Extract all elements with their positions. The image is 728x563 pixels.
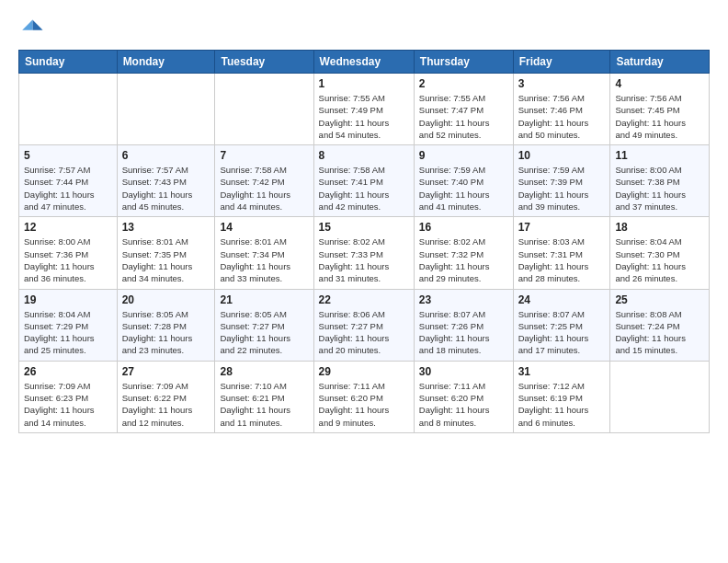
day-number: 8 bbox=[319, 149, 409, 162]
day-number: 21 bbox=[220, 293, 308, 306]
day-number: 19 bbox=[24, 293, 112, 306]
calendar-cell: 26Sunrise: 7:09 AM Sunset: 6:23 PM Dayli… bbox=[19, 361, 118, 432]
calendar-cell bbox=[215, 74, 313, 145]
calendar-week-2: 5Sunrise: 7:57 AM Sunset: 7:44 PM Daylig… bbox=[19, 145, 710, 217]
day-info: Sunrise: 7:09 AM Sunset: 6:23 PM Dayligh… bbox=[24, 380, 112, 429]
calendar-cell: 28Sunrise: 7:10 AM Sunset: 6:21 PM Dayli… bbox=[215, 361, 313, 432]
calendar-cell: 7Sunrise: 7:58 AM Sunset: 7:42 PM Daylig… bbox=[215, 145, 313, 217]
day-info: Sunrise: 7:09 AM Sunset: 6:22 PM Dayligh… bbox=[122, 380, 210, 429]
weekday-header-wednesday: Wednesday bbox=[313, 51, 414, 74]
calendar-week-1: 1Sunrise: 7:55 AM Sunset: 7:49 PM Daylig… bbox=[19, 74, 710, 145]
calendar-cell: 13Sunrise: 8:01 AM Sunset: 7:35 PM Dayli… bbox=[117, 217, 215, 289]
day-number: 10 bbox=[518, 149, 606, 162]
day-number: 31 bbox=[518, 365, 606, 378]
page: SundayMondayTuesdayWednesdayThursdayFrid… bbox=[0, 0, 728, 563]
day-number: 3 bbox=[518, 77, 606, 90]
calendar-cell: 17Sunrise: 8:03 AM Sunset: 7:31 PM Dayli… bbox=[513, 217, 610, 289]
weekday-header-thursday: Thursday bbox=[414, 51, 513, 74]
day-info: Sunrise: 8:07 AM Sunset: 7:25 PM Dayligh… bbox=[518, 308, 606, 357]
header bbox=[18, 15, 710, 40]
weekday-header-sunday: Sunday bbox=[19, 51, 118, 74]
day-info: Sunrise: 8:01 AM Sunset: 7:34 PM Dayligh… bbox=[220, 236, 308, 284]
calendar-week-3: 12Sunrise: 8:00 AM Sunset: 7:36 PM Dayli… bbox=[19, 217, 710, 289]
day-info: Sunrise: 7:55 AM Sunset: 7:47 PM Dayligh… bbox=[419, 92, 508, 141]
day-info: Sunrise: 7:57 AM Sunset: 7:43 PM Dayligh… bbox=[122, 164, 210, 213]
calendar-cell: 19Sunrise: 8:04 AM Sunset: 7:29 PM Dayli… bbox=[19, 289, 118, 361]
day-number: 23 bbox=[419, 293, 508, 306]
svg-marker-0 bbox=[32, 20, 42, 30]
calendar-table: SundayMondayTuesdayWednesdayThursdayFrid… bbox=[18, 50, 710, 433]
day-number: 29 bbox=[319, 365, 409, 378]
day-info: Sunrise: 8:07 AM Sunset: 7:26 PM Dayligh… bbox=[419, 308, 508, 357]
calendar-cell: 16Sunrise: 8:02 AM Sunset: 7:32 PM Dayli… bbox=[414, 217, 513, 289]
logo bbox=[18, 15, 48, 40]
day-number: 26 bbox=[24, 365, 112, 378]
day-info: Sunrise: 7:11 AM Sunset: 6:20 PM Dayligh… bbox=[319, 380, 409, 429]
day-number: 15 bbox=[319, 221, 409, 234]
svg-marker-1 bbox=[22, 20, 32, 30]
day-info: Sunrise: 8:00 AM Sunset: 7:38 PM Dayligh… bbox=[615, 164, 704, 213]
day-number: 28 bbox=[220, 365, 308, 378]
day-number: 5 bbox=[24, 149, 112, 162]
day-number: 7 bbox=[220, 149, 308, 162]
calendar-cell: 3Sunrise: 7:56 AM Sunset: 7:46 PM Daylig… bbox=[513, 74, 610, 145]
day-info: Sunrise: 7:58 AM Sunset: 7:42 PM Dayligh… bbox=[220, 164, 308, 213]
day-number: 30 bbox=[419, 365, 508, 378]
day-info: Sunrise: 7:58 AM Sunset: 7:41 PM Dayligh… bbox=[319, 164, 409, 213]
day-number: 14 bbox=[220, 221, 308, 234]
day-number: 18 bbox=[615, 221, 704, 234]
day-info: Sunrise: 8:02 AM Sunset: 7:33 PM Dayligh… bbox=[319, 236, 409, 284]
day-number: 2 bbox=[419, 77, 508, 90]
day-number: 24 bbox=[518, 293, 606, 306]
day-number: 17 bbox=[518, 221, 606, 234]
day-info: Sunrise: 8:00 AM Sunset: 7:36 PM Dayligh… bbox=[24, 236, 112, 284]
day-number: 4 bbox=[615, 77, 704, 90]
logo-icon bbox=[18, 15, 44, 40]
day-info: Sunrise: 8:01 AM Sunset: 7:35 PM Dayligh… bbox=[122, 236, 210, 284]
calendar-cell: 29Sunrise: 7:11 AM Sunset: 6:20 PM Dayli… bbox=[313, 361, 414, 432]
day-number: 16 bbox=[419, 221, 508, 234]
calendar-cell: 4Sunrise: 7:56 AM Sunset: 7:45 PM Daylig… bbox=[610, 74, 710, 145]
calendar-cell: 14Sunrise: 8:01 AM Sunset: 7:34 PM Dayli… bbox=[215, 217, 313, 289]
day-number: 11 bbox=[615, 149, 704, 162]
day-number: 6 bbox=[122, 149, 210, 162]
calendar-week-4: 19Sunrise: 8:04 AM Sunset: 7:29 PM Dayli… bbox=[19, 289, 710, 361]
calendar-cell: 11Sunrise: 8:00 AM Sunset: 7:38 PM Dayli… bbox=[610, 145, 710, 217]
day-info: Sunrise: 8:05 AM Sunset: 7:28 PM Dayligh… bbox=[122, 308, 210, 357]
day-info: Sunrise: 7:56 AM Sunset: 7:45 PM Dayligh… bbox=[615, 92, 704, 141]
calendar-cell bbox=[610, 361, 710, 432]
day-info: Sunrise: 7:12 AM Sunset: 6:19 PM Dayligh… bbox=[518, 380, 606, 429]
day-number: 13 bbox=[122, 221, 210, 234]
calendar-cell: 6Sunrise: 7:57 AM Sunset: 7:43 PM Daylig… bbox=[117, 145, 215, 217]
day-number: 20 bbox=[122, 293, 210, 306]
day-info: Sunrise: 7:59 AM Sunset: 7:40 PM Dayligh… bbox=[419, 164, 508, 213]
day-info: Sunrise: 8:03 AM Sunset: 7:31 PM Dayligh… bbox=[518, 236, 606, 284]
calendar-cell: 21Sunrise: 8:05 AM Sunset: 7:27 PM Dayli… bbox=[215, 289, 313, 361]
weekday-header-row: SundayMondayTuesdayWednesdayThursdayFrid… bbox=[19, 51, 710, 74]
day-number: 27 bbox=[122, 365, 210, 378]
calendar-cell: 5Sunrise: 7:57 AM Sunset: 7:44 PM Daylig… bbox=[19, 145, 118, 217]
calendar-cell: 24Sunrise: 8:07 AM Sunset: 7:25 PM Dayli… bbox=[513, 289, 610, 361]
day-info: Sunrise: 7:57 AM Sunset: 7:44 PM Dayligh… bbox=[24, 164, 112, 213]
calendar-week-5: 26Sunrise: 7:09 AM Sunset: 6:23 PM Dayli… bbox=[19, 361, 710, 432]
day-info: Sunrise: 7:55 AM Sunset: 7:49 PM Dayligh… bbox=[319, 92, 409, 141]
calendar-cell: 1Sunrise: 7:55 AM Sunset: 7:49 PM Daylig… bbox=[313, 74, 414, 145]
calendar-cell: 15Sunrise: 8:02 AM Sunset: 7:33 PM Dayli… bbox=[313, 217, 414, 289]
calendar-cell: 20Sunrise: 8:05 AM Sunset: 7:28 PM Dayli… bbox=[117, 289, 215, 361]
calendar-cell: 31Sunrise: 7:12 AM Sunset: 6:19 PM Dayli… bbox=[513, 361, 610, 432]
calendar-cell: 22Sunrise: 8:06 AM Sunset: 7:27 PM Dayli… bbox=[313, 289, 414, 361]
day-info: Sunrise: 7:10 AM Sunset: 6:21 PM Dayligh… bbox=[220, 380, 308, 429]
calendar-cell: 8Sunrise: 7:58 AM Sunset: 7:41 PM Daylig… bbox=[313, 145, 414, 217]
weekday-header-friday: Friday bbox=[513, 51, 610, 74]
calendar-cell: 10Sunrise: 7:59 AM Sunset: 7:39 PM Dayli… bbox=[513, 145, 610, 217]
day-info: Sunrise: 7:11 AM Sunset: 6:20 PM Dayligh… bbox=[419, 380, 508, 429]
calendar-cell bbox=[117, 74, 215, 145]
day-info: Sunrise: 8:02 AM Sunset: 7:32 PM Dayligh… bbox=[419, 236, 508, 284]
day-info: Sunrise: 8:08 AM Sunset: 7:24 PM Dayligh… bbox=[615, 308, 704, 357]
day-info: Sunrise: 7:56 AM Sunset: 7:46 PM Dayligh… bbox=[518, 92, 606, 141]
calendar-cell: 12Sunrise: 8:00 AM Sunset: 7:36 PM Dayli… bbox=[19, 217, 118, 289]
calendar-cell bbox=[19, 74, 118, 145]
weekday-header-saturday: Saturday bbox=[610, 51, 710, 74]
calendar-cell: 18Sunrise: 8:04 AM Sunset: 7:30 PM Dayli… bbox=[610, 217, 710, 289]
calendar-cell: 23Sunrise: 8:07 AM Sunset: 7:26 PM Dayli… bbox=[414, 289, 513, 361]
